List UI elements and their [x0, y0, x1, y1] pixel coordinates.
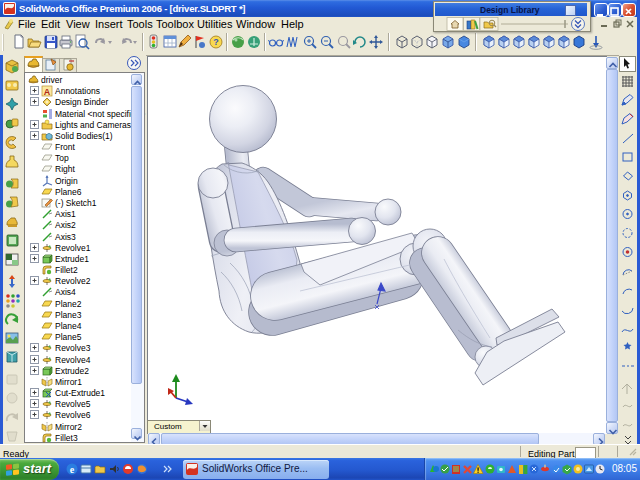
svg-text:?: ?	[213, 37, 219, 47]
svg-text:e: e	[70, 464, 75, 475]
